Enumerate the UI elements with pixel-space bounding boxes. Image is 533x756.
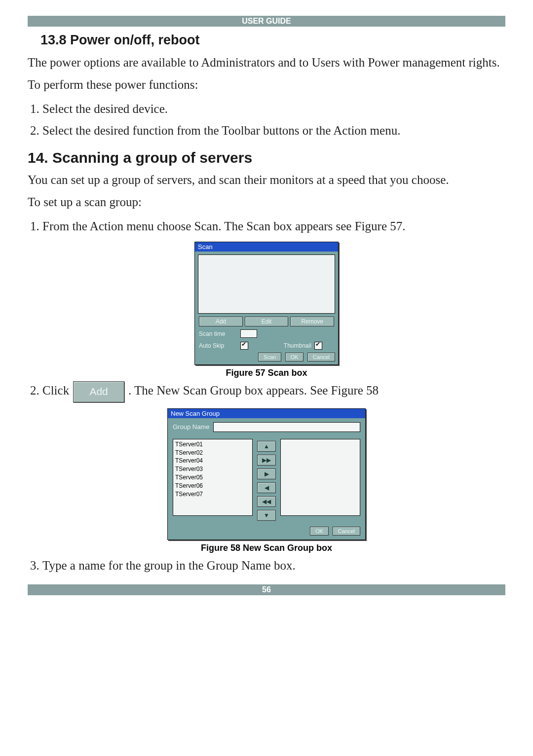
remove-one-icon[interactable]: ◀ (257, 482, 276, 493)
scan-dialog-title: Scan (195, 242, 338, 252)
remove-all-icon[interactable]: ◀◀ (257, 496, 276, 507)
scan-button[interactable]: Scan (258, 353, 281, 361)
edit-button[interactable]: Edit (245, 317, 289, 326)
selected-servers-list[interactable] (280, 439, 360, 516)
ok-button[interactable]: OK (285, 353, 304, 361)
add-button[interactable]: Add (199, 317, 243, 326)
scan-time-label: Scan time (199, 330, 237, 337)
chapter-heading-14: 14. Scanning a group of servers (28, 149, 505, 166)
li2-prefix: Click (42, 384, 72, 397)
body-text: You can set up a group of servers, and s… (28, 172, 505, 187)
body-text: To perform these power functions: (28, 77, 505, 92)
list-item: Click Add . The New Scan Group box appea… (42, 381, 505, 402)
list-item: Select the desired function from the Too… (42, 121, 505, 141)
scan-dialog: Scan Add Edit Remove Scan time 30 Auto S… (194, 242, 339, 365)
list-item[interactable]: TServer06 (175, 482, 250, 490)
scan-time-input[interactable]: 30 (240, 329, 257, 338)
list-item[interactable]: TServer02 (175, 449, 250, 457)
li2-suffix: . The New Scan Group box appears. See Fi… (128, 384, 379, 397)
ordered-list: Select the desired device. Select the de… (28, 100, 505, 141)
list-item[interactable]: TServer07 (175, 490, 250, 499)
figure-58-caption: Figure 58 New Scan Group box (28, 543, 505, 553)
new-scan-group-dialog: New Scan Group Group Name TServer01 TSer… (167, 408, 366, 540)
ok-button[interactable]: OK (310, 527, 329, 536)
figure-57-caption: Figure 57 Scan box (28, 368, 505, 378)
nsg-dialog-title: New Scan Group (168, 409, 365, 418)
auto-skip-label: Auto Skip (199, 342, 237, 349)
group-name-input[interactable] (213, 422, 360, 432)
list-item[interactable]: TServer01 (175, 440, 250, 449)
list-item[interactable]: TServer03 (175, 465, 250, 473)
available-servers-list[interactable]: TServer01 TServer02 TServer04 TServer03 … (173, 439, 253, 516)
list-item[interactable]: TServer05 (175, 473, 250, 482)
add-all-icon[interactable]: ▶▶ (257, 455, 276, 466)
section-heading-13-8: 13.8 Power on/off, reboot (40, 33, 505, 48)
body-text: To set up a scan group: (28, 194, 505, 210)
ordered-list: From the Action menu choose Scan. The Sc… (28, 217, 505, 236)
header-bar: USER GUIDE (28, 16, 505, 27)
thumbnail-label: Thumbnail (272, 342, 311, 349)
list-item[interactable]: TServer04 (175, 457, 250, 465)
cancel-button[interactable]: Cancel (307, 353, 335, 361)
footer-bar: 56 (28, 584, 505, 595)
scan-groups-list[interactable] (198, 254, 335, 314)
ordered-list: Click Add . The New Scan Group box appea… (28, 381, 505, 402)
move-up-icon[interactable]: ▲ (257, 441, 276, 452)
list-item: From the Action menu choose Scan. The Sc… (42, 217, 505, 236)
add-one-icon[interactable]: ▶ (257, 468, 276, 479)
body-text: The power options are available to Admin… (28, 55, 505, 70)
thumbnail-checkbox[interactable] (314, 342, 322, 350)
remove-button[interactable]: Remove (290, 317, 334, 326)
ordered-list: Type a name for the group in the Group N… (28, 556, 505, 576)
list-item: Type a name for the group in the Group N… (42, 556, 505, 576)
list-item: Select the desired device. (42, 100, 505, 119)
add-button-inline[interactable]: Add (73, 381, 124, 402)
cancel-button[interactable]: Cancel (333, 527, 360, 536)
move-down-icon[interactable]: ▼ (257, 510, 276, 521)
auto-skip-checkbox[interactable] (240, 342, 248, 350)
group-name-label: Group Name (173, 423, 209, 431)
